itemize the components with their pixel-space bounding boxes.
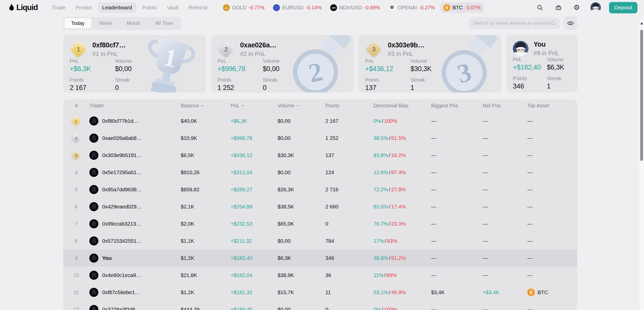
balance-cell: $10,9K	[181, 135, 231, 141]
btc-icon: B	[443, 4, 450, 11]
trader-avatar: ?	[89, 134, 98, 143]
watch-eye-button[interactable]	[564, 16, 577, 30]
rank-3-badge: 3	[71, 150, 82, 161]
net-pos: —	[483, 135, 488, 141]
balance-cell: $2,1K	[181, 204, 231, 210]
rank-2-badge: 2	[71, 133, 82, 143]
pnl-cell: +$182,40	[231, 255, 278, 261]
toolbox-icon[interactable]	[555, 4, 562, 11]
column-header-volume[interactable]: Volume	[278, 103, 325, 109]
pnl-cell: +$254,99	[231, 204, 278, 210]
table-row-rank-9[interactable]: 9?You$1,2K+$182,40$6,3K34638.8%/61.2%———	[63, 250, 577, 267]
deposit-button[interactable]: Deposit	[609, 2, 637, 13]
table-row-rank-10[interactable]: 10?0x4e60c1eca9…$21,8K+$182,04$38,9K3611…	[63, 267, 577, 284]
top-bar: Liquid TradePredictLeaderboardPointsVaul…	[0, 0, 644, 14]
column-header-pnl[interactable]: PnL	[231, 103, 278, 109]
balance-cell: $910,26	[181, 169, 231, 175]
table-row-rank-6[interactable]: 6?0x429eaed029…$2,1K+$254,99$38,5K2 6608…	[63, 198, 577, 215]
balance-cell: $1,2K	[181, 255, 231, 261]
nav-item-predict[interactable]: Predict	[71, 2, 96, 13]
column-header-directional-bias: Directional Bias	[373, 103, 431, 109]
ticker-item-openai[interactable]: OPENAI-0.27%	[386, 3, 438, 13]
trader-avatar: ?	[89, 168, 98, 177]
chevron-down-icon	[200, 104, 204, 108]
nav-item-referral[interactable]: Referral	[184, 2, 211, 13]
nav-item-vault[interactable]: Vault	[163, 2, 182, 13]
gear-icon[interactable]: ⚙	[574, 4, 580, 11]
streak-stat: Streak1	[410, 77, 495, 92]
nav-item-trade[interactable]: Trade	[48, 2, 69, 13]
net-pos-cell: —	[483, 221, 527, 227]
volume-cell: $6,3K	[278, 255, 325, 261]
volume-stat: Volume$0,00	[263, 58, 347, 73]
volume-cell: $0,00	[278, 169, 325, 175]
top-asset-cell: —	[527, 238, 577, 244]
volume-stat: Volume$0,00	[115, 58, 200, 73]
app-logo[interactable]: Liquid	[9, 3, 38, 12]
trader-avatar: ?	[89, 271, 98, 280]
ticker-item-eurusd[interactable]: EURUSD-0.14%	[270, 3, 325, 13]
tab-month[interactable]: Month	[120, 18, 147, 28]
search-input[interactable]	[473, 20, 550, 26]
table-row-rank-2[interactable]: 2?0xae026a8ab8…$10,9K+$996,78$0,001 2523…	[63, 130, 577, 147]
scrollbar-thumb[interactable]	[640, 30, 643, 161]
nav-item-points[interactable]: Points	[138, 2, 161, 13]
table-row-rank-1[interactable]: 1?0xf80cf77b1d…$40,0K+$6,3K$0,002 1670%/…	[63, 112, 577, 130]
chevron-down-icon	[296, 104, 300, 108]
tab-today[interactable]: Today	[64, 18, 91, 28]
points-cell: 2 660	[325, 204, 373, 210]
svg-text:?: ?	[93, 223, 95, 226]
table-row-rank-5[interactable]: 5?0x95a7dd9638…$859,82+$289,27$26,3K2 71…	[63, 181, 577, 198]
top-asset-cell: —	[527, 204, 577, 210]
biggest-pos-cell: —	[431, 255, 483, 261]
points-cell: 1 252	[325, 135, 373, 141]
tab-week[interactable]: Week	[92, 18, 119, 28]
points-cell: 2 167	[325, 118, 373, 124]
period-tabs: TodayWeekMonthAll Time	[63, 17, 181, 30]
net-pos: —	[483, 221, 488, 227]
directional-bias-cell: 76.7%/23.3%	[373, 221, 431, 227]
net-pos: —	[483, 255, 488, 261]
points-stat: Points346	[513, 76, 547, 90]
ticker-item-ndxusd[interactable]: 100NDX/USD-0.89%	[327, 3, 383, 13]
top-asset-label: —	[527, 221, 533, 227]
biggest-pos-cell: —	[431, 272, 483, 278]
net-pos: —	[483, 152, 488, 158]
ticker-change: -3.07%	[465, 5, 481, 11]
net-pos: —	[483, 306, 488, 310]
table-row-rank-3[interactable]: 3?0x303e9b5191…$6,5K+$436,12$30,3K13783.…	[63, 147, 577, 164]
leader-card-rank2[interactable]: 2 0xae026a… #2 in PnL PnL+$996,78 Volume…	[211, 35, 354, 92]
leader-card-rank3[interactable]: 3 0x303e9b… #3 in PnL PnL+$436,12 Volume…	[359, 35, 502, 92]
trader-name: 0x5e17295a51…	[102, 169, 142, 175]
table-header: #TraderBalancePnLVolumePointsDirectional…	[63, 99, 577, 112]
page-scrollbar[interactable]	[639, 18, 644, 310]
table-row-rank-12[interactable]: 12?0x3728a3f2d8…$444,29+$180,45$0,0000%/…	[63, 301, 577, 310]
gold-icon	[223, 4, 230, 11]
ticker-item-btc[interactable]: BBTC-3.07%	[440, 3, 484, 13]
user-avatar[interactable]	[590, 2, 601, 13]
leader-card-you[interactable]: You #9 in PnL PnL+$182,40 Volume$6,3K Po…	[506, 35, 577, 92]
table-row-rank-8[interactable]: 8?0x5715342551…$1,1K+$211,32$0,0078417%/…	[63, 232, 577, 250]
biggest-pos-cell: —	[431, 221, 483, 227]
top-asset-cell: —	[527, 135, 577, 141]
scroll-up-arrow[interactable]	[640, 22, 643, 24]
table-row-rank-7[interactable]: 7?0x99ccab3213…$2,0K+$232,53$65,0K076.7%…	[63, 215, 577, 232]
net-pos-cell: —	[483, 135, 527, 141]
nav-item-leaderboard[interactable]: Leaderboard	[98, 2, 136, 13]
search-icon[interactable]	[537, 4, 543, 11]
column-header-balance[interactable]: Balance	[181, 103, 231, 109]
tab-all-time[interactable]: All Time	[148, 18, 180, 28]
ticker-item-gold[interactable]: GOLD-0.77%	[220, 3, 268, 13]
search-box	[469, 17, 560, 29]
table-row-rank-11[interactable]: 11?0xf87c56ebe1…$1,2K+$181,32$15,7K1153.…	[63, 284, 577, 301]
rank-number: 8	[75, 238, 78, 244]
leader-card-rank1[interactable]: 1 0xf80cf7… #1 in PnL PnL+$6,3K Volume$0…	[63, 35, 206, 92]
net-pos-cell: —	[483, 118, 527, 124]
trader-name: 0xf87c56ebe1…	[102, 289, 140, 295]
streak-stat: Streak1	[547, 76, 571, 90]
svg-text:?: ?	[93, 120, 95, 123]
balance-cell: $2,0K	[181, 221, 231, 227]
directional-bias-cell: 38.5%/61.5%	[373, 135, 431, 141]
net-pos-cell: —	[483, 306, 527, 310]
table-row-rank-4[interactable]: 4?0x5e17295a51…$910,26+$312,04$0,0012412…	[63, 164, 577, 181]
